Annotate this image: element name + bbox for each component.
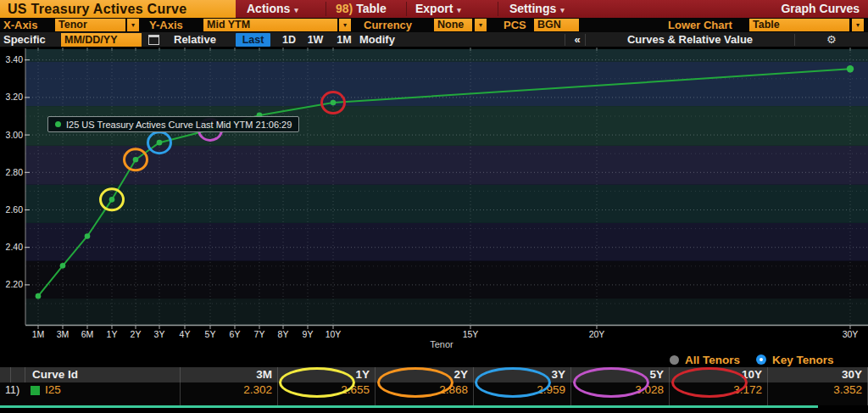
chevron-down-icon: ▾ bbox=[457, 6, 461, 14]
chart-band bbox=[25, 299, 868, 325]
specific-date-input[interactable]: MM/DD/YY bbox=[61, 33, 142, 47]
x-tick-label: 30Y bbox=[843, 329, 859, 339]
settings-menu[interactable]: Settings▾ bbox=[509, 0, 565, 20]
actions-menu[interactable]: Actions▾ bbox=[247, 0, 298, 20]
x-axis-title: Tenor bbox=[430, 339, 453, 349]
table-menu[interactable]: 98)Table bbox=[336, 0, 387, 18]
data-point-1Y bbox=[109, 197, 115, 203]
graph-curves-screen: US Treasury Actives Curve Actions▾ 98)Ta… bbox=[0, 0, 868, 413]
column-header-3m[interactable]: 3M bbox=[181, 367, 278, 382]
relative-option-last[interactable]: Last bbox=[236, 33, 270, 47]
currency-dropdown[interactable]: None bbox=[434, 19, 472, 31]
all-tenors-label[interactable]: All Tenors bbox=[685, 354, 740, 366]
all-tenors-radio[interactable] bbox=[670, 355, 679, 365]
yield-curve-svg[interactable]: 1M3M6M1Y2Y3Y4Y5Y6Y7Y8Y9Y10Y15Y20Y30YTeno… bbox=[0, 47, 868, 350]
menu-divider bbox=[498, 2, 498, 16]
column-header-1y[interactable]: 1Y bbox=[278, 367, 376, 382]
page-title: US Treasury Actives Curve bbox=[0, 0, 236, 18]
column-header-2y[interactable]: 2Y bbox=[376, 367, 474, 382]
column-header-5y[interactable]: 5Y bbox=[571, 367, 670, 382]
x-tick-label: 6M bbox=[81, 329, 94, 339]
yaxis-dropdown[interactable]: Mid YTM bbox=[203, 19, 337, 31]
series-dot-icon bbox=[55, 121, 61, 127]
xaxis-label: X-Axis bbox=[3, 18, 37, 32]
x-tick-label: 4Y bbox=[180, 329, 191, 339]
value-cell-30y[interactable]: 3.352 bbox=[768, 382, 868, 405]
value-cell-3m[interactable]: 2.302 bbox=[181, 382, 278, 405]
yaxis-dropdown-arrow-icon[interactable]: ▾ bbox=[339, 19, 351, 31]
value-cell-2y[interactable]: 2.868 bbox=[376, 382, 474, 405]
data-point-3M bbox=[60, 263, 66, 269]
column-header-curve-id[interactable]: Curve Id bbox=[25, 367, 181, 382]
column-header-30y[interactable]: 30Y bbox=[768, 367, 868, 382]
chart-band bbox=[25, 223, 868, 261]
divider bbox=[794, 34, 795, 46]
x-tick-label: 7Y bbox=[254, 329, 265, 339]
relative-option-1m[interactable]: 1M bbox=[332, 33, 356, 47]
panel-tab-curves-relative-value[interactable]: Curves & Relative Value bbox=[587, 32, 793, 47]
axis-toolbar: X-Axis Tenor ▾ Y-Axis Mid YTM ▾ Currency… bbox=[0, 18, 868, 32]
table-underline bbox=[0, 405, 818, 408]
value-cell-1y[interactable]: 2.655 bbox=[278, 382, 376, 405]
x-tick-label: 2Y bbox=[131, 329, 142, 339]
relative-option-1w[interactable]: 1W bbox=[303, 33, 328, 47]
curve-table-row[interactable]: 11)I252.3022.6552.8682.9593.0283.1723.35… bbox=[0, 382, 868, 405]
x-tick-label: 1M bbox=[32, 329, 45, 339]
currency-dropdown-arrow-icon[interactable]: ▾ bbox=[475, 19, 487, 31]
x-tick-label: 15Y bbox=[463, 329, 479, 339]
header-spacer bbox=[0, 367, 11, 382]
column-header-3y[interactable]: 3Y bbox=[474, 367, 571, 382]
legend-text: I25 US Treasury Actives Curve Last Mid Y… bbox=[66, 120, 292, 130]
lower-chart-label: Lower Chart bbox=[668, 18, 732, 32]
key-tenors-radio[interactable] bbox=[756, 354, 766, 365]
y-tick-label: 3.40 bbox=[6, 54, 24, 64]
modify-button[interactable]: Modify bbox=[359, 32, 395, 47]
x-tick-label: 1Y bbox=[107, 329, 118, 339]
x-tick-label: 6Y bbox=[230, 329, 241, 339]
curve-id-text: I25 bbox=[45, 382, 61, 398]
pcs-value-box[interactable]: BGN bbox=[534, 19, 579, 31]
chart-band bbox=[25, 261, 868, 299]
tenor-toggle: All Tenors Key Tenors bbox=[670, 352, 834, 367]
x-tick-label: 3M bbox=[57, 329, 70, 339]
yaxis-label: Y-Axis bbox=[149, 18, 183, 32]
lower-chart-dropdown-arrow-icon[interactable]: ▾ bbox=[852, 19, 864, 31]
data-point-6M bbox=[85, 233, 91, 239]
curve-color-chip bbox=[31, 386, 40, 395]
y-tick-label: 2.60 bbox=[6, 204, 24, 215]
curve-id-cell[interactable]: I25 bbox=[25, 382, 181, 405]
chart-band bbox=[25, 185, 868, 223]
x-tick-label: 20Y bbox=[589, 329, 605, 339]
chevron-down-icon: ▾ bbox=[294, 6, 298, 14]
yield-curve-chart: 1M3M6M1Y2Y3Y4Y5Y6Y7Y8Y9Y10Y15Y20Y30YTeno… bbox=[0, 47, 868, 350]
data-point-1M bbox=[36, 293, 42, 299]
value-cell-10y[interactable]: 3.172 bbox=[670, 382, 768, 405]
column-header-10y[interactable]: 10Y bbox=[670, 367, 768, 382]
data-point-30Y bbox=[847, 65, 854, 72]
xaxis-dropdown-arrow-icon[interactable]: ▾ bbox=[127, 19, 139, 31]
y-tick-label: 2.80 bbox=[6, 167, 24, 177]
specific-label: Specific bbox=[3, 32, 46, 47]
collapse-button[interactable]: « bbox=[570, 32, 584, 47]
relative-label: Relative bbox=[174, 32, 216, 47]
divider bbox=[565, 34, 565, 46]
data-point-3Y bbox=[157, 140, 163, 146]
y-tick-label: 3.00 bbox=[6, 130, 24, 140]
menu-divider bbox=[406, 2, 407, 16]
date-toolbar: Specific MM/DD/YY Relative Modify « Curv… bbox=[0, 32, 868, 47]
value-cell-5y[interactable]: 3.028 bbox=[571, 382, 670, 405]
menu-divider bbox=[326, 2, 326, 16]
lower-chart-dropdown[interactable]: Table bbox=[749, 19, 849, 31]
x-tick-label: 8Y bbox=[278, 329, 289, 339]
export-menu[interactable]: Export▾ bbox=[415, 0, 461, 20]
calendar-icon[interactable] bbox=[148, 35, 159, 45]
gear-icon[interactable]: ⚙ bbox=[826, 32, 837, 47]
x-tick-label: 5Y bbox=[205, 329, 216, 339]
chart-legend: I25 US Treasury Actives Curve Last Mid Y… bbox=[47, 116, 299, 132]
value-cell-3y[interactable]: 2.959 bbox=[474, 382, 571, 405]
relative-option-1d[interactable]: 1D bbox=[278, 33, 300, 47]
xaxis-dropdown[interactable]: Tenor bbox=[55, 19, 125, 31]
key-tenors-label[interactable]: Key Tenors bbox=[772, 354, 834, 366]
pcs-label: PCS bbox=[504, 18, 526, 32]
chart-band bbox=[25, 62, 868, 106]
